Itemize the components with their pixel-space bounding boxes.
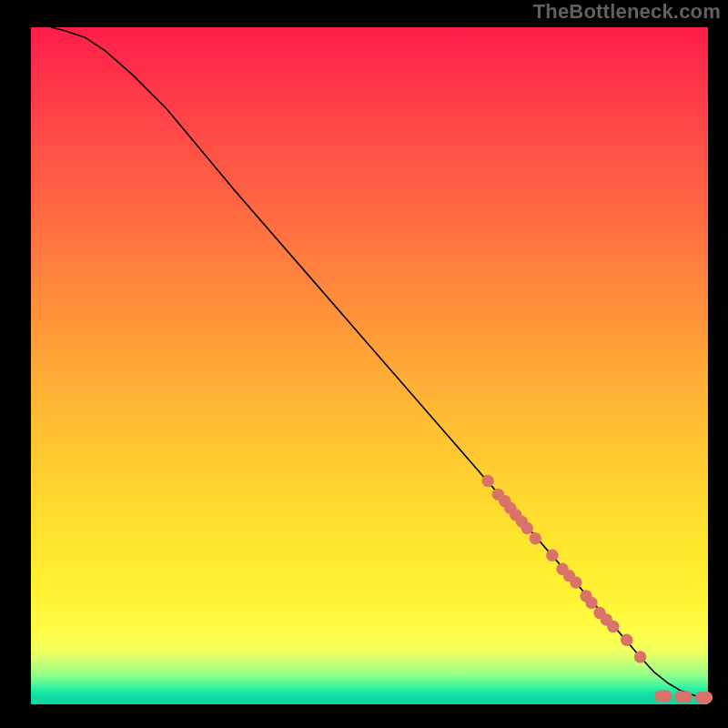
marker-dot xyxy=(521,522,533,534)
marker-dot xyxy=(482,475,494,487)
marker-dot xyxy=(701,692,713,703)
marker-dot xyxy=(570,576,581,588)
chart-markers xyxy=(482,475,713,703)
marker-dot xyxy=(546,550,558,561)
marker-dot xyxy=(530,532,541,544)
chart-stage: TheBottleneck.com xyxy=(0,0,728,728)
marker-dot xyxy=(660,690,672,702)
marker-dot xyxy=(634,651,646,662)
curve-line xyxy=(51,27,708,698)
marker-dot xyxy=(607,621,619,632)
marker-dot xyxy=(585,597,597,609)
chart-plot-area xyxy=(31,27,708,704)
chart-svg xyxy=(31,27,708,704)
marker-dot xyxy=(680,691,692,703)
marker-dot xyxy=(621,634,632,646)
watermark-label: TheBottleneck.com xyxy=(533,0,721,24)
